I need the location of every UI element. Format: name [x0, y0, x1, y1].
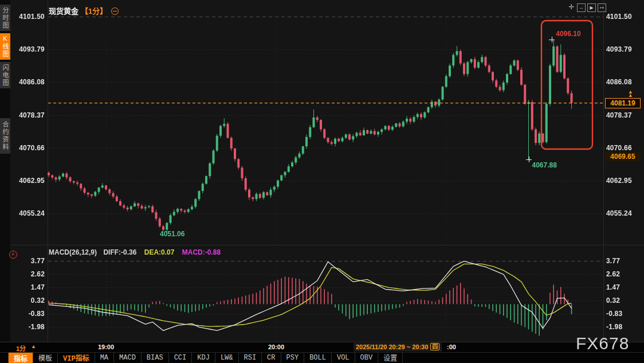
- prev-close-badge: 4069.65: [605, 152, 641, 161]
- chart-canvas[interactable]: [0, 0, 644, 342]
- toolbar-item-11[interactable]: CR: [262, 353, 281, 363]
- scroll-right-icon[interactable]: ▶: [587, 3, 596, 12]
- price-tick-right: 4055.24: [606, 209, 632, 217]
- collapse-indicator-icon[interactable]: [111, 7, 119, 15]
- toolbar-item-7[interactable]: CCI: [169, 353, 193, 363]
- price-tick-right: 4093.79: [606, 45, 632, 53]
- macd-diff-value: DIFF:-0.36: [103, 248, 136, 256]
- sidebar-tab-3[interactable]: 闪电图: [0, 62, 10, 88]
- price-tick-right: 4078.37: [606, 111, 632, 119]
- shift-right-icon[interactable]: ↦: [598, 3, 606, 12]
- toolbar-item-13[interactable]: BOLL: [304, 353, 332, 363]
- sidebar-tab-1[interactable]: 分时图: [0, 5, 10, 31]
- price-marker-icon[interactable]: ▲▲: [628, 90, 633, 97]
- period-tag: 【1分】: [81, 7, 107, 15]
- sidebar-tab-4[interactable]: 合约资料: [0, 118, 10, 154]
- toolbar-item-16[interactable]: 设置: [378, 353, 403, 363]
- toolbar-item-4[interactable]: MA: [95, 353, 114, 363]
- macd-tick-left: -1.98: [8, 323, 45, 331]
- toolbar-item-9[interactable]: LW&: [215, 353, 239, 363]
- crosshair-move-icon[interactable]: ✛: [568, 3, 575, 11]
- macd-tick-right: 2.62: [606, 270, 620, 278]
- toolbar-item-14[interactable]: VOL: [332, 353, 355, 363]
- price-tick-left: 4055.24: [8, 209, 45, 217]
- macd-header: MACD(26,12,9) DIFF:-0.36 DEA:0.07 MACD:-…: [49, 248, 221, 256]
- price-tick-right: 4062.95: [606, 177, 632, 185]
- toolbar-item-3[interactable]: VIP指标: [58, 353, 95, 363]
- toolbar-item-6[interactable]: BIAS: [142, 353, 169, 363]
- price-tick-left: 4062.95: [8, 177, 45, 185]
- fit-width-icon[interactable]: ↔: [577, 3, 586, 12]
- period-label: 1分: [16, 344, 26, 353]
- indicator-settings-icon[interactable]: ✳: [9, 251, 17, 259]
- toolbar-item-15[interactable]: OBV: [355, 353, 379, 363]
- symbol-name: 现货黄金: [49, 7, 78, 15]
- time-tick-label: 19:00: [98, 344, 114, 350]
- marked-low-label: 4067.88: [532, 161, 557, 169]
- last-price-badge: 4081.19: [605, 98, 641, 108]
- price-tick-left: 4093.79: [8, 45, 45, 53]
- macd-tick-left: 1.47: [8, 283, 45, 291]
- macd-tick-right: -0.83: [606, 310, 622, 318]
- toolbar-item-12[interactable]: PSY: [281, 353, 305, 363]
- toolbar-item-1[interactable]: 指标: [8, 353, 33, 363]
- trading-app-window: 分时图K线图闪电图合约资料 现货黄金【1分】 ✛↔▶↦ 4101.504093.…: [0, 0, 644, 363]
- sidebar-tab-2[interactable]: K线图: [0, 33, 10, 60]
- macd-name: MACD(26,12,9): [49, 248, 97, 256]
- time-axis: 1分 ▲ 19:0020:00:00 2025/11/20 20:29 ~ 20…: [0, 342, 644, 353]
- macd-dea-value: DEA:0.07: [144, 248, 175, 256]
- toolbar-item-8[interactable]: KDJ: [192, 353, 215, 363]
- chart-tool-icons: ✛↔▶↦: [568, 3, 606, 12]
- time-tick-label: 20:00: [268, 344, 284, 350]
- price-tick-left: 4101.50: [8, 13, 45, 21]
- watermark: FX678: [576, 334, 629, 353]
- macd-tick-right: 3.77: [606, 257, 620, 265]
- price-tick-right: 4070.66: [606, 144, 632, 152]
- macd-tick-left: 0.32: [8, 296, 45, 305]
- macd-tick-right: 0.32: [606, 296, 620, 305]
- price-tick-right: 4101.50: [606, 13, 632, 21]
- macd-tick-right: -1.98: [606, 323, 622, 331]
- weekday-badge: 四: [430, 343, 439, 350]
- macd-tick-left: -0.83: [8, 310, 45, 318]
- toolbar-item-10[interactable]: RSI: [239, 353, 262, 363]
- indicator-toolbar: 指标模板VIP指标MAMACDBIASCCIKDJLW&RSICRPSYBOLL…: [0, 352, 644, 363]
- price-tick-left: 4078.37: [8, 111, 45, 119]
- chart-type-sidebar: 分时图K线图闪电图合约资料: [0, 0, 10, 342]
- price-tick-right: 4086.08: [606, 78, 632, 86]
- time-tick-label: :00: [447, 344, 456, 350]
- macd-macd-value: MACD:-0.88: [182, 248, 221, 256]
- chart-title: 现货黄金【1分】: [49, 5, 119, 16]
- period-dropdown-icon[interactable]: ▲: [31, 344, 36, 349]
- macd-tick-right: 1.47: [606, 283, 620, 291]
- price-tick-left: 4070.66: [8, 144, 45, 152]
- macd-tick-left: 2.62: [8, 270, 45, 278]
- marked-high-label: 4096.10: [556, 30, 580, 38]
- toolbar-item-5[interactable]: MACD: [114, 353, 142, 363]
- swing-low-label: 4051.06: [160, 230, 184, 238]
- crosshair-time-readout: 2025/11/20 20:29 ~ 20:30四: [354, 343, 442, 352]
- toolbar-item-2[interactable]: 模板: [33, 353, 58, 363]
- price-tick-left: 4086.08: [8, 78, 45, 86]
